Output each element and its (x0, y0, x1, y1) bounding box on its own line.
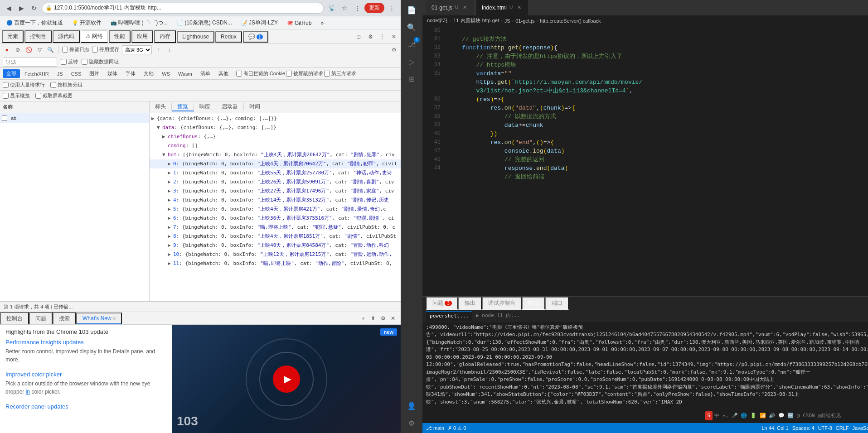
tab-redux[interactable]: Redux (215, 31, 242, 43)
filter-all[interactable]: 全部 (3, 69, 20, 78)
json-line-13[interactable]: ▶ 8: {bingeWatch: 0, boxInfo: "上映4天，累计票房… (150, 232, 401, 241)
third-party-label[interactable]: 第三方请求 (324, 70, 356, 77)
preserve-log-label[interactable]: 保留日志 (62, 46, 89, 53)
json-line-12[interactable]: ▶ 7: {bingeWatch: 0, boxInfo: "喵,即将上映", … (150, 223, 401, 232)
tab-performance[interactable]: 性能 (109, 30, 131, 43)
activity-account[interactable]: 👤 (403, 398, 420, 414)
inspect-tab-headers[interactable]: 标头 (150, 103, 172, 111)
tab-elements[interactable]: 元素 (2, 30, 24, 43)
bottom-tab-console[interactable]: 控制台 (0, 312, 29, 325)
tab-application[interactable]: 应用 (131, 30, 153, 43)
json-line-8[interactable]: ▶ 3: {bingeWatch: 0, boxInfo: "上映27天，累计票… (150, 187, 401, 196)
large-rows-label[interactable]: 使用大量请求行 (3, 82, 45, 88)
forward-button[interactable]: ▶ (16, 3, 26, 13)
tab-lighthouse[interactable]: Lighthouse (177, 31, 214, 43)
more-devtools-button[interactable]: ⋮ (377, 32, 387, 42)
panel-tab-ports[interactable]: 端口 (545, 297, 569, 310)
panel-expand-button[interactable]: ⬆ (369, 314, 377, 322)
close-tab-indexhtml[interactable]: ✕ (515, 4, 523, 11)
network-settings-button[interactable]: ⚙ (390, 46, 398, 54)
capture-screenshot-checkbox[interactable] (35, 93, 41, 99)
inspect-tab-preview[interactable]: 预览 (172, 103, 194, 111)
import-button[interactable]: ↑ (155, 46, 163, 54)
code-content[interactable]: // get转发方法 function http_get(response) {… (444, 26, 868, 296)
show-overview-checkbox[interactable] (3, 93, 9, 99)
filter-font[interactable]: 字体 (122, 69, 139, 78)
hide-data-url-checkbox[interactable] (82, 59, 87, 65)
filter-input[interactable] (3, 58, 57, 67)
breadcrumb-js[interactable]: JS (504, 18, 510, 24)
capture-screenshot-label[interactable]: 截取屏幕截图 (35, 92, 73, 99)
panel-tab-problems[interactable]: 问题 3 (426, 297, 458, 310)
panel-close-button[interactable]: ✕ (389, 314, 397, 322)
filter-fetch-xhr[interactable]: Fetch/XHR (21, 70, 53, 77)
bottom-tab-search[interactable]: 搜索 (53, 312, 76, 325)
bookmark-csdn[interactable]: 📄 (10条消息) CSDN... (174, 18, 235, 28)
statusbar-encoding[interactable]: UTF-8 (818, 425, 832, 431)
request-checkbox[interactable] (2, 115, 7, 121)
request-row-ab[interactable]: ab (0, 113, 149, 123)
bookmark-bilibili[interactable]: 📺 哔哩哔哩 (゜-゜)つ... (108, 18, 170, 28)
json-line-7[interactable]: ▶ 2: {bingeWatch: 0, boxInfo: "上映26天，累计票… (150, 178, 401, 187)
panel-tab-debug[interactable]: 调试控制台 (482, 297, 522, 310)
tab-sources[interactable]: 源代码 (53, 30, 80, 43)
panel-add-button[interactable]: + (359, 314, 367, 322)
blocked-request-checkbox[interactable] (286, 71, 292, 77)
panel-settings-button[interactable]: ⚙ (379, 314, 387, 322)
filter-wasm[interactable]: Wasm (175, 70, 196, 77)
color-picker-link[interactable]: in (26, 389, 30, 395)
tab-memory[interactable]: 内存 (154, 30, 176, 43)
record-button[interactable]: ● (3, 46, 11, 54)
whats-new-performance-title[interactable]: Performance Insights updates (5, 339, 166, 346)
dock-button[interactable]: ⊡ (354, 32, 364, 42)
stop-button[interactable]: ⊘ (14, 46, 22, 54)
address-bar[interactable]: 🔒 127.0.0.1:5500/node学习/11-内置模块-http... (42, 3, 324, 14)
activity-settings[interactable]: ⚙ (403, 415, 420, 431)
json-line-5[interactable]: ▶ 0: {bingeWatch: 0, boxInfo: "上映4天，累计票房… (150, 159, 401, 168)
statusbar-errors[interactable]: ✗ 0 ⚠ 0 (448, 425, 466, 431)
disable-cache-checkbox[interactable] (92, 47, 98, 53)
statusbar-language[interactable]: JavaScript (853, 425, 868, 431)
filter-other[interactable]: 其他 (215, 69, 232, 78)
cast-button[interactable]: 📡 (326, 3, 337, 14)
search-button[interactable]: 🔍 (46, 46, 54, 54)
vscode-tab-indexhtml[interactable]: index.html U ✕ (476, 0, 528, 15)
reload-button[interactable]: ↻ (29, 3, 39, 13)
clear-button[interactable]: 🚫 (24, 46, 33, 54)
json-line-0[interactable]: ▶ {data: {chiefBonus: {,…}, coming: [,…]… (150, 114, 401, 123)
filter-media[interactable]: 媒体 (104, 69, 121, 78)
json-line-9[interactable]: ▶ 4: {bingeWatch: 0, boxInfo: "上映14天，累计票… (150, 196, 401, 205)
statusbar-branch[interactable]: ⎇ main (426, 425, 444, 431)
json-line-1[interactable]: ▼ data: {chiefBonus: {,…}, coming: [,…]} (150, 123, 401, 132)
breadcrumb-function[interactable]: http.createServer() callback (540, 18, 601, 24)
tab-console[interactable]: 控制台 (24, 30, 52, 43)
bookmark-more[interactable]: » (318, 19, 326, 27)
json-line-2[interactable]: ▶ chiefBonus: {,…} (150, 132, 401, 141)
star-button[interactable]: ☆ (339, 3, 350, 14)
update-button[interactable]: 更新 (364, 3, 384, 13)
hide-data-url-label[interactable]: 隐藏数据网址 (82, 58, 119, 65)
show-overview-label[interactable]: 显示概览 (3, 92, 30, 99)
bookmark-jswords[interactable]: 📝 JS单词-LZY (238, 18, 281, 28)
tab-network[interactable]: ⚠ 网络 (81, 30, 108, 43)
breadcrumb-node[interactable]: node学习 (427, 17, 448, 24)
bottom-tab-issues[interactable]: 问题 (29, 312, 53, 325)
back-button[interactable]: ◀ (4, 3, 14, 13)
blocked-cookie-label[interactable]: 有已拦截的 Cookie (236, 70, 285, 77)
settings-button[interactable]: ⚙ (365, 32, 375, 42)
inspect-tab-timing[interactable]: 时间 (244, 103, 266, 111)
json-line-4[interactable]: ▼ hot: [{bingeWatch: 0, boxInfo: "上映4天，累… (150, 150, 401, 159)
json-line-6[interactable]: ▶ 1: {bingeWatch: 0, boxInfo: "上映55天，累计票… (150, 168, 401, 178)
inspect-tab-initiator[interactable]: 启动器 (216, 103, 244, 111)
disable-cache-label[interactable]: 停用缓存 (92, 46, 119, 53)
third-party-checkbox[interactable] (324, 71, 330, 77)
terminal-tab-node[interactable]: ▶ node 11-内... (472, 311, 524, 321)
filter-doc[interactable]: 文档 (140, 69, 157, 78)
bottom-tab-whats-new[interactable]: What's New × (76, 313, 122, 324)
json-line-3[interactable]: coming: [] (150, 141, 401, 150)
throttle-select[interactable]: 高速 3G 无限制 快速 3G 慢速 3G 离线 (122, 45, 152, 54)
panel-tab-terminal[interactable]: 终端 (522, 297, 545, 310)
filter-css[interactable]: CSS (68, 70, 85, 77)
close-tab-01getjs[interactable]: ✕ (461, 4, 468, 11)
json-line-11[interactable]: ▶ 6: {bingeWatch: 0, boxInfo: "上映36天，累计票… (150, 214, 401, 223)
